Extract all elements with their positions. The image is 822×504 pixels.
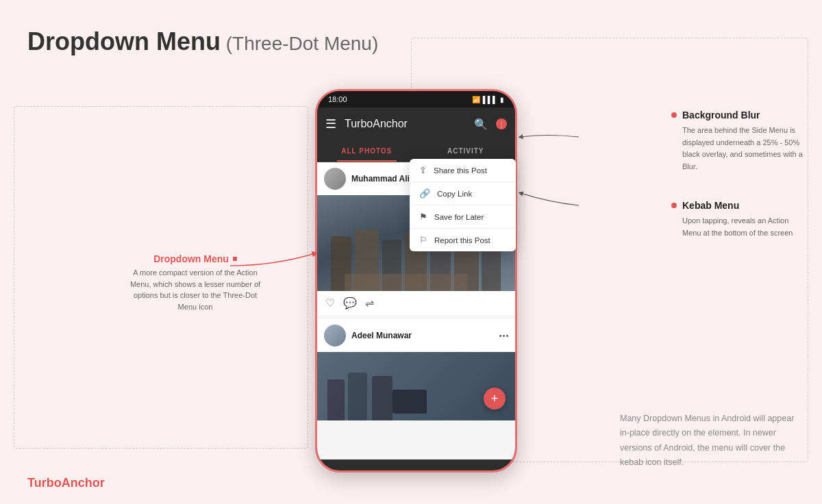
status-bar: 18:00 📶 ▌▌▌ ▮	[317, 91, 515, 108]
copy-link-icon: 🔗	[419, 188, 430, 199]
annotation-bg-blur: Background Blur The area behind the Side…	[671, 110, 808, 173]
post-actions-1: ♡ 💬 ⇌	[317, 291, 515, 315]
logo-text1: Turbo	[27, 476, 62, 490]
dropdown-label-desc: A more compact version of the Action Men…	[127, 267, 264, 312]
app-bar: ☰ TurboAnchor 🔍 ⋮	[317, 108, 515, 140]
dropdown-label-title: Dropdown Menu	[153, 253, 229, 264]
bookmark-icon: ⚑	[419, 212, 427, 222]
bg-blur-bullet	[671, 112, 677, 118]
avatar-1	[324, 168, 346, 190]
hamburger-icon[interactable]: ☰	[325, 116, 336, 131]
dropdown-item-share[interactable]: ⇧ Share this Post	[410, 159, 516, 182]
kebab-desc: Upon tapping, reveals an Action Menu at …	[671, 215, 808, 239]
dropdown-label-report: Report this Post	[434, 236, 490, 244]
logo: TurboAnchor	[27, 476, 105, 490]
kebab-bullet	[671, 203, 677, 208]
signal-icon: ▌▌▌	[483, 96, 497, 103]
fab-button[interactable]: +	[484, 388, 506, 410]
search-icon[interactable]: 🔍	[474, 118, 488, 131]
post-header-2: Adeel Munawar	[317, 319, 515, 352]
post-author-2: Adeel Munawar	[351, 331, 499, 340]
page-title: Dropdown Menu (Three-Dot Menu)	[27, 27, 378, 56]
comment-icon[interactable]: 💬	[343, 297, 357, 310]
dropdown-label-copy: Copy Link	[437, 190, 472, 198]
wifi-icon: 📶	[472, 96, 480, 103]
dropdown-label-save: Save for Later	[434, 213, 484, 221]
dropdown-item-save[interactable]: ⚑ Save for Later	[410, 205, 516, 229]
dropdown-item-report[interactable]: ⚐ Report this Post	[410, 229, 516, 251]
bg-blur-title: Background Blur	[671, 110, 808, 121]
title-bold: Dropdown Menu	[27, 27, 221, 55]
avatar-2	[324, 325, 346, 346]
battery-icon: ▮	[500, 96, 504, 103]
kebab-title: Kebab Menu	[671, 200, 808, 211]
dropdown-bullet	[233, 257, 237, 261]
post-card-2: Adeel Munawar +	[317, 319, 515, 420]
status-icons: 📶 ▌▌▌ ▮	[472, 96, 504, 103]
title-light: (Three-Dot Menu)	[221, 33, 378, 54]
like-icon[interactable]: ♡	[325, 297, 335, 310]
dropdown-item-copy[interactable]: 🔗 Copy Link	[410, 182, 516, 205]
share-icon: ⇧	[419, 165, 427, 175]
share-action-icon[interactable]: ⇌	[365, 297, 374, 310]
right-annotations: Background Blur The area behind the Side…	[671, 110, 808, 267]
dropdown-label-share: Share this Post	[434, 166, 487, 175]
tab-all-photos[interactable]: ALL PHOTOS	[317, 140, 416, 162]
post-image-2: +	[317, 352, 515, 420]
post-kebab-2[interactable]	[499, 335, 508, 337]
bottom-note: Many Dropdown Menus in Android will appe…	[620, 412, 805, 470]
phone-mockup: 18:00 📶 ▌▌▌ ▮ ☰ TurboAnchor 🔍 ⋮ ALL PHOT…	[315, 89, 517, 473]
bg-blur-desc: The area behind the Side Menu is display…	[671, 125, 808, 173]
annotation-kebab: Kebab Menu Upon tapping, reveals an Acti…	[671, 200, 808, 239]
time-display: 18:00	[328, 95, 347, 103]
dropdown-annotation: Dropdown Menu A more compact version of …	[127, 253, 264, 312]
app-title: TurboAnchor	[345, 118, 474, 130]
logo-text2: Anchor	[62, 476, 105, 490]
kebab-top-button[interactable]: ⋮	[496, 118, 507, 129]
flag-icon: ⚐	[419, 235, 427, 245]
dropdown-popup: ⇧ Share this Post 🔗 Copy Link ⚑ Save for…	[410, 159, 516, 251]
